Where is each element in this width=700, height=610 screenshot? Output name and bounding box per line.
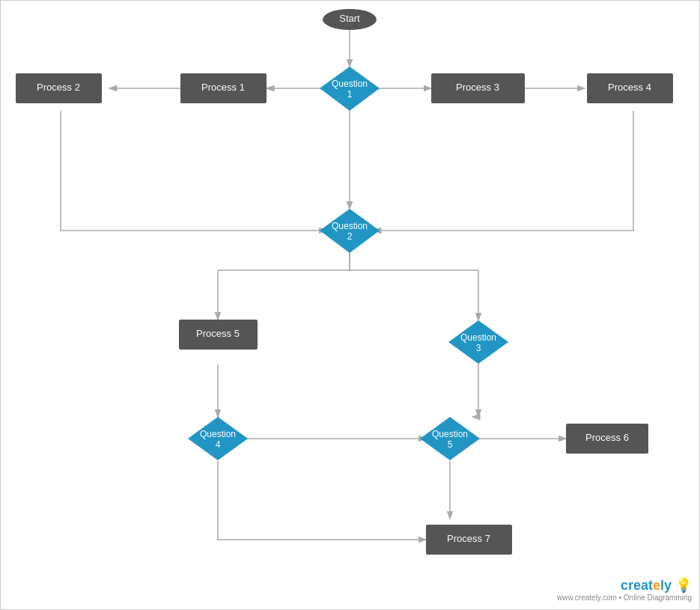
start-label: Start [339,13,360,24]
q5-label-line2: 5 [448,439,453,450]
process1-label: Process 1 [201,82,245,93]
line-q2-p5-h [218,253,350,270]
process6-label: Process 6 [585,432,629,443]
watermark-blue-text: creat [621,578,653,593]
line-p4-q2 [395,111,633,231]
q3-label-line1: Question [460,332,496,343]
process7-label: Process 7 [447,533,490,544]
q5-label-line1: Question [432,429,468,439]
flowchart: Start Question 1 Process 1 Process 2 Pro… [1,1,700,610]
process5-label: Process 5 [196,328,240,339]
line-p2-q2 [61,111,305,231]
diagram-container: Start Question 1 Process 1 Process 2 Pro… [0,0,700,610]
q1-label-line1: Question [332,79,368,89]
q3-label-line2: 3 [476,343,481,353]
watermark-brand: creately 💡 [557,577,692,594]
q4-label-line2: 4 [216,439,221,450]
q4-label-line1: Question [200,429,236,439]
process4-label: Process 4 [608,82,651,93]
line-q4-p7 [218,461,424,540]
watermark-sub: www.creately.com • Online Diagramming [557,594,692,602]
watermark-icon: e [653,578,660,593]
line-q2-q3-h [350,253,478,270]
watermark-blue-text2: ly [660,578,672,593]
q2-label-line1: Question [332,221,368,231]
process2-label: Process 2 [37,82,80,93]
process3-label: Process 3 [456,82,499,93]
q2-label-line2: 2 [347,231,353,242]
watermark: creately 💡 www.creately.com • Online Dia… [557,577,692,602]
q1-label-line2: 1 [347,89,353,100]
